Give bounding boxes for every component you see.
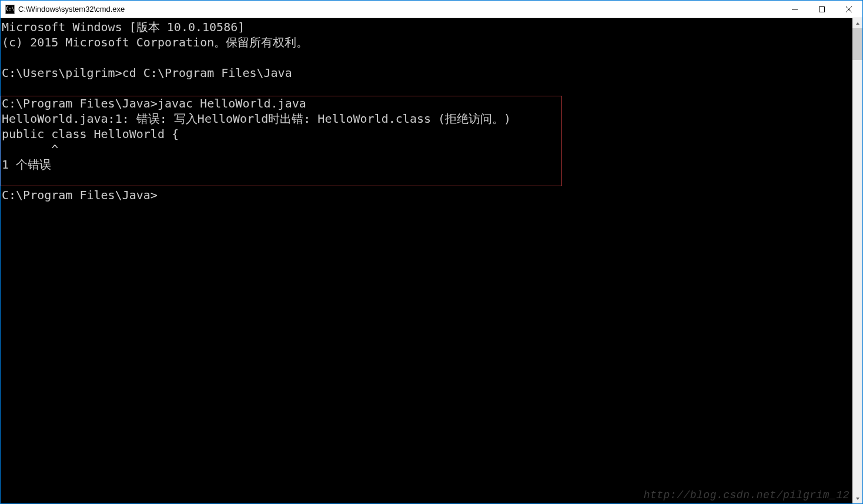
scrollbar-thumb[interactable] [852,28,862,60]
output-line: Microsoft Windows [版本 10.0.10586] [2,20,245,34]
output-line: C:\Program Files\Java>javac HelloWorld.j… [2,96,306,110]
scroll-down-button[interactable] [852,493,862,503]
output-line: C:\Users\pilgrim>cd C:\Program Files\Jav… [2,66,292,80]
maximize-button[interactable] [808,1,835,18]
window-controls [781,1,862,18]
terminal-output[interactable]: Microsoft Windows [版本 10.0.10586] (c) 20… [1,18,852,503]
scrollbar-track[interactable] [852,28,862,493]
window-title: C:\Windows\system32\cmd.exe [18,5,781,14]
cmd-icon: C:\ [5,5,15,14]
output-line: 1 个错误 [2,157,51,172]
watermark-text: http://blog.csdn.net/pilgrim_12 [644,489,849,501]
titlebar[interactable]: C:\ C:\Windows\system32\cmd.exe [1,1,862,18]
output-line: (c) 2015 Microsoft Corporation。保留所有权利。 [2,35,308,49]
svg-rect-1 [819,6,825,12]
output-line: C:\Program Files\Java> [2,188,158,202]
minimize-button[interactable] [781,1,808,18]
output-line: ^ [2,142,58,156]
close-button[interactable] [835,1,862,18]
scroll-up-button[interactable] [852,18,862,28]
svg-marker-4 [856,22,859,25]
svg-marker-5 [856,498,859,500]
output-line: HelloWorld.java:1: 错误: 写入HelloWorld时出错: … [2,112,511,126]
console-area: Microsoft Windows [版本 10.0.10586] (c) 20… [1,18,862,503]
cmd-window: C:\ C:\Windows\system32\cmd.exe Microsof… [0,0,863,504]
vertical-scrollbar[interactable] [852,18,862,503]
output-line: public class HelloWorld { [2,127,179,141]
